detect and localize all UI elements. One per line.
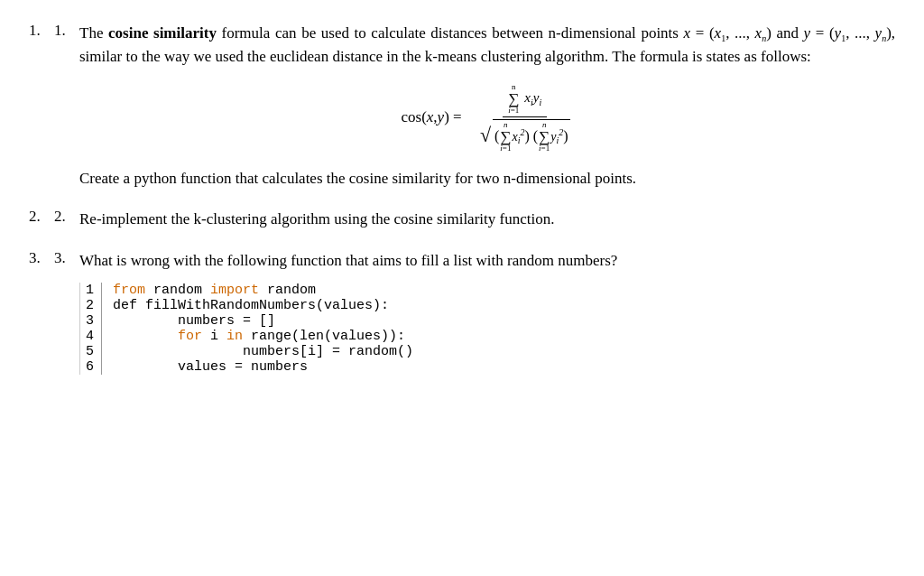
list-item-1: 1. The cosine similarity formula can be …	[29, 22, 895, 190]
line-number-4: 4	[80, 329, 102, 344]
code-line-2: 2 def fillWithRandomNumbers(values):	[80, 298, 895, 313]
item-1-content: The cosine similarity formula can be use…	[79, 22, 895, 190]
code-line-6: 6 values = numbers	[80, 359, 895, 375]
item-3-text: What is wrong with the following functio…	[79, 249, 895, 273]
list-number-1: 1.	[54, 22, 72, 190]
list-item-3: 3. What is wrong with the following func…	[29, 249, 895, 376]
fraction: n ∑ i=1 xiyi √ (	[476, 83, 574, 153]
item-2-text: Re-implement the k-clustering algorithm …	[79, 208, 895, 231]
math-x1: x	[715, 24, 722, 42]
list-item-2: 2. Re-implement the k-clustering algorit…	[29, 208, 895, 231]
math-y: y	[804, 24, 811, 42]
keyword-for: for	[178, 329, 202, 344]
item-3-content: What is wrong with the following functio…	[79, 249, 895, 376]
keyword-import: import	[210, 283, 259, 298]
code-text-5: numbers[i] = random()	[113, 344, 413, 359]
code-text-6: values = numbers	[113, 359, 308, 375]
numerator: n ∑ i=1 xiyi	[503, 83, 547, 117]
numbered-list: 1. The cosine similarity formula can be …	[29, 22, 895, 375]
math-x: x	[684, 24, 691, 42]
keyword-in: in	[226, 329, 243, 344]
code-text-3: numbers = []	[113, 313, 275, 329]
bold-cosine-similarity: cosine similarity	[108, 24, 217, 42]
sqrt-wrapper: √ ( n ∑ i=1 xi2)	[480, 119, 570, 153]
math-y1: y	[835, 24, 842, 42]
line-number-2: 2	[80, 298, 102, 313]
line-number-1: 1	[80, 283, 102, 298]
formula-cos-label: cos(x, y) =	[401, 108, 461, 126]
code-line-3: 3 numbers = []	[80, 313, 895, 329]
denominator: √ ( n ∑ i=1 xi2)	[476, 117, 574, 153]
code-text-4: for i in range(len(values)):	[113, 329, 405, 344]
sqrt-content: ( n ∑ i=1 xi2) ( n ∑	[493, 119, 570, 153]
formula-block: cos(x, y) = n ∑ i=1 xiyi	[79, 83, 895, 153]
line-number-3: 3	[80, 313, 102, 329]
list-number-2: 2.	[54, 208, 72, 231]
math-xn: xn	[755, 24, 767, 42]
code-block: 1 from random import random 2 def fillWi…	[79, 283, 895, 375]
math-yn: yn	[875, 24, 887, 42]
line-number-5: 5	[80, 344, 102, 359]
item-1-text: The cosine similarity formula can be use…	[79, 22, 895, 69]
item-2-content: Re-implement the k-clustering algorithm …	[79, 208, 895, 231]
code-text-2: def fillWithRandomNumbers(values):	[113, 298, 389, 313]
keyword-from: from	[113, 283, 145, 298]
list-number-3: 3.	[54, 249, 72, 376]
code-line-5: 5 numbers[i] = random()	[80, 344, 895, 359]
line-number-6: 6	[80, 359, 102, 375]
code-text-1: from random import random	[113, 283, 316, 298]
code-line-4: 4 for i in range(len(values)):	[80, 329, 895, 344]
content-area: 1. The cosine similarity formula can be …	[29, 22, 895, 375]
code-line-1: 1 from random import random	[80, 283, 895, 298]
item-1-subtext: Create a python function that calculates…	[79, 167, 895, 190]
sqrt-symbol: √	[480, 125, 491, 145]
